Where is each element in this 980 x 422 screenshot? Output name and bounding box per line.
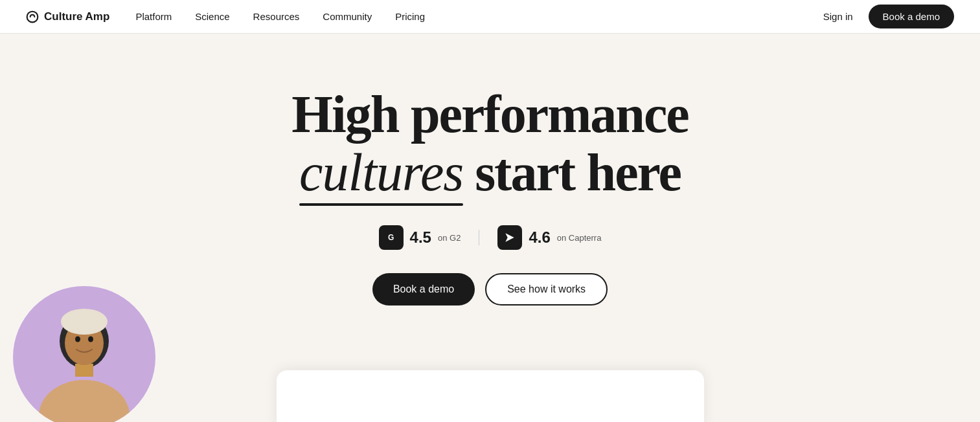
svg-point-8	[65, 309, 104, 325]
cta-buttons: Book a demo See how it works	[372, 273, 608, 305]
book-demo-nav-button[interactable]: Book a demo	[869, 5, 954, 28]
g2-platform: on G2	[438, 233, 461, 243]
person-silhouette-svg	[26, 305, 142, 422]
culture-amp-logo-icon	[26, 10, 39, 23]
g2-rating: G 4.5 on G2	[379, 225, 461, 250]
nav-links: Platform Science Resources Community Pri…	[135, 11, 823, 22]
svg-point-6	[88, 337, 93, 342]
svg-point-3	[39, 380, 130, 422]
navbar: Culture Amp Platform Science Resources C…	[0, 0, 980, 34]
hero-heading-line2: cultures start here	[291, 144, 688, 202]
g2-badge-icon: G	[379, 225, 404, 250]
ratings-separator	[479, 230, 479, 245]
nav-right: Sign in Book a demo	[823, 5, 954, 28]
logo-text: Culture Amp	[44, 10, 109, 23]
capterra-badge-icon	[497, 225, 522, 250]
nav-platform[interactable]: Platform	[135, 11, 172, 22]
g2-score: 4.5	[410, 228, 431, 247]
nav-science[interactable]: Science	[195, 11, 229, 22]
capterra-platform: on Capterra	[557, 233, 602, 243]
see-how-it-works-button[interactable]: See how it works	[485, 273, 608, 305]
hero-heading-line1: High performance	[291, 85, 688, 144]
hero-section: High performance cultures start here G 4…	[0, 34, 980, 422]
nav-pricing[interactable]: Pricing	[395, 11, 425, 22]
hero-heading-cultures: cultures	[299, 144, 463, 202]
capterra-icon	[503, 231, 516, 244]
sign-in-link[interactable]: Sign in	[823, 11, 853, 22]
g2-icon-text: G	[388, 233, 394, 242]
bottom-preview-card	[277, 370, 704, 422]
nav-community[interactable]: Community	[323, 11, 372, 22]
ratings-row: G 4.5 on G2 4.6 on Capterra	[379, 225, 602, 250]
svg-point-0	[27, 11, 38, 22]
capterra-rating: 4.6 on Capterra	[497, 225, 601, 250]
book-demo-hero-button[interactable]: Book a demo	[372, 273, 475, 305]
svg-point-5	[75, 337, 80, 342]
hero-heading: High performance cultures start here	[291, 85, 688, 202]
capterra-score: 4.6	[529, 228, 550, 247]
logo[interactable]: Culture Amp	[26, 10, 109, 23]
hero-heading-line2-rest: start here	[475, 144, 681, 202]
svg-rect-2	[75, 364, 93, 377]
nav-resources[interactable]: Resources	[253, 11, 300, 22]
person-photo	[13, 286, 155, 422]
